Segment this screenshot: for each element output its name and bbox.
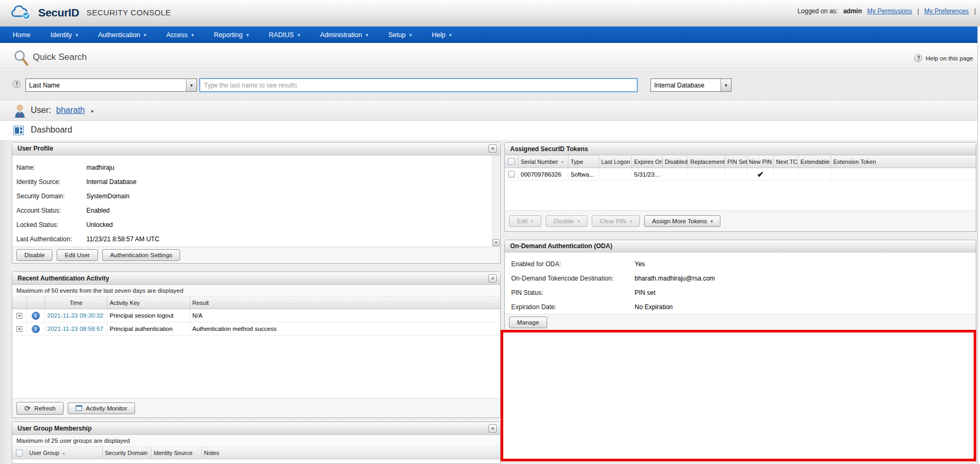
row-checkbox[interactable] xyxy=(508,171,515,178)
oda-field: Enabled for ODA:Yes xyxy=(505,257,976,271)
logged-on-label: Logged on as: xyxy=(798,7,838,15)
disable-token-button[interactable]: Disable▾ xyxy=(546,215,587,227)
my-preferences-link[interactable]: My Preferences xyxy=(924,7,969,15)
user-group-column-header[interactable]: User Group▲ xyxy=(27,447,103,459)
info-icon[interactable]: i xyxy=(32,312,40,320)
refresh-icon: ⟳ xyxy=(24,405,31,412)
time-column-header[interactable]: Time xyxy=(45,296,108,309)
replacement-column-header[interactable]: Replacement xyxy=(688,155,725,168)
new-pin-column-header[interactable]: New PIN xyxy=(747,155,774,168)
scroll-down-icon[interactable]: ▼ xyxy=(493,239,500,246)
oda-panel: On-Demand Authentication (ODA) Enabled f… xyxy=(504,240,976,331)
chevron-down-icon: ▾ xyxy=(630,219,632,224)
search-scope-select[interactable]: Internal Database ▾ xyxy=(651,78,732,92)
brand-name: SecurID xyxy=(38,6,79,19)
chevron-down-icon: ▾ xyxy=(144,32,146,38)
extendable-column-header[interactable]: Extendable xyxy=(798,155,831,168)
user-profile-footer: Disable Edit User Authentication Setting… xyxy=(12,247,500,263)
page-title: Dashboard xyxy=(31,125,72,135)
user-profile-panel: User Profile « Name:madhiraju Identity S… xyxy=(12,142,501,264)
token-type: Softwa... xyxy=(568,168,599,180)
token-serial: 000709786326 xyxy=(519,168,568,180)
token-disabled xyxy=(663,168,688,180)
activity-time[interactable]: 2021-11-23 09:30:32 xyxy=(45,309,108,322)
edit-user-button[interactable]: Edit User xyxy=(57,249,97,261)
nav-authentication[interactable]: Authentication▾ xyxy=(98,31,146,39)
edit-token-button[interactable]: Edit▾ xyxy=(509,215,541,227)
disable-user-button[interactable]: Disable xyxy=(16,249,52,261)
serial-number-column-header[interactable]: Serial Number▲ xyxy=(519,155,568,168)
monitor-window-icon xyxy=(76,405,82,411)
recent-activity-title: Recent Authentication Activity xyxy=(17,275,109,282)
activity-result: Authentication method success xyxy=(190,322,500,335)
expand-icon[interactable]: + xyxy=(16,313,22,319)
chevron-down-icon[interactable]: ▾ xyxy=(720,79,731,91)
assigned-tokens-header: Assigned SecurID Tokens xyxy=(505,143,976,155)
collapse-button[interactable]: « xyxy=(488,144,497,153)
my-permissions-link[interactable]: My Permissions xyxy=(867,7,912,15)
nav-home[interactable]: Home xyxy=(13,31,30,39)
search-field-value: Last Name xyxy=(26,79,186,91)
chevron-down-icon: ▾ xyxy=(449,32,452,38)
scrollbar[interactable]: ▼ xyxy=(492,155,500,247)
select-all-checkbox[interactable] xyxy=(508,158,515,165)
nav-identity[interactable]: Identity▾ xyxy=(50,31,78,39)
brand-logo: SecurID SECURITY CONSOLE xyxy=(10,5,171,20)
notes-column-header[interactable]: Notes xyxy=(202,447,500,459)
nav-reporting[interactable]: Reporting▾ xyxy=(214,31,249,39)
authentication-settings-button[interactable]: Authentication Settings xyxy=(102,249,181,261)
nav-access[interactable]: Access▾ xyxy=(166,31,194,39)
nav-help[interactable]: Help▾ xyxy=(432,31,451,39)
page-title-row: Dashboard xyxy=(0,121,977,140)
chevron-down-icon: ▾ xyxy=(409,32,412,38)
collapse-button[interactable]: « xyxy=(488,424,497,433)
nav-radius[interactable]: RADIUS▾ xyxy=(269,31,300,39)
securid-cloud-icon xyxy=(10,5,33,20)
help-on-page-link[interactable]: Help on this page xyxy=(925,55,973,62)
user-group-header: User Group Membership « xyxy=(12,422,500,435)
expires-on-column-header[interactable]: Expires On xyxy=(632,155,663,168)
user-menu-caret-icon[interactable]: ▾ xyxy=(91,109,94,114)
profile-field: Account Status:Enabled xyxy=(12,204,500,218)
vertical-scrollbar[interactable] xyxy=(977,27,980,464)
activity-monitor-button[interactable]: Activity Monitor xyxy=(68,402,135,414)
type-column-header[interactable]: Type xyxy=(568,155,599,168)
collapse-button[interactable]: « xyxy=(488,274,497,283)
select-all-checkbox[interactable] xyxy=(16,450,23,457)
next-tc-column-header[interactable]: Next TC xyxy=(774,155,798,168)
chevron-down-icon: ▾ xyxy=(577,219,580,224)
disabled-column-header[interactable]: Disabled xyxy=(663,155,688,168)
oda-field: Expiration Date:No Expiration xyxy=(505,300,976,314)
info-icon[interactable]: i xyxy=(32,325,40,333)
last-logon-column-header[interactable]: Last Logon xyxy=(599,155,632,168)
expand-icon[interactable]: + xyxy=(16,326,22,332)
pin-set-column-header[interactable]: PIN Set xyxy=(725,155,747,168)
identity-source-column-header[interactable]: Identity Source xyxy=(152,447,202,459)
activity-key: Principal session logout xyxy=(108,309,190,322)
oda-field: On-Demand Tokencode Destination:bharath.… xyxy=(505,271,976,285)
search-input[interactable] xyxy=(199,78,638,92)
user-label: User: xyxy=(31,106,51,115)
sort-asc-icon: ▲ xyxy=(62,451,66,455)
user-context-bar: User: bharath ▾ xyxy=(0,100,977,121)
chevron-down-icon: ▾ xyxy=(246,32,249,38)
empty-table-area xyxy=(12,336,500,398)
chevron-down-icon[interactable]: ▾ xyxy=(186,79,197,91)
user-name-link[interactable]: bharath xyxy=(56,106,85,115)
clear-pin-button[interactable]: Clear PIN▾ xyxy=(592,215,640,227)
activity-key-column-header[interactable]: Activity Key xyxy=(108,296,190,309)
nav-setup[interactable]: Setup▾ xyxy=(388,31,412,39)
oda-footer: Manage xyxy=(505,314,976,330)
activity-row: + i 2021-11-23 08:58:57 Principal authen… xyxy=(12,322,500,336)
token-row: 000709786326 Softwa... 5/31/23... ✔ xyxy=(505,168,976,181)
manage-oda-button[interactable]: Manage xyxy=(509,317,547,328)
security-domain-column-header[interactable]: Security Domain xyxy=(103,447,152,459)
extension-token-column-header[interactable]: Extension Token xyxy=(831,155,976,168)
chevron-down-icon: ▾ xyxy=(191,32,194,38)
result-column-header[interactable]: Result xyxy=(190,296,500,309)
activity-time[interactable]: 2021-11-23 08:58:57 xyxy=(45,322,108,335)
search-field-select[interactable]: Last Name ▾ xyxy=(25,78,197,92)
assign-more-tokens-button[interactable]: Assign More Tokens▾ xyxy=(644,215,720,227)
nav-administration[interactable]: Administration▾ xyxy=(320,31,368,39)
refresh-button[interactable]: ⟳ Refresh xyxy=(16,402,64,415)
